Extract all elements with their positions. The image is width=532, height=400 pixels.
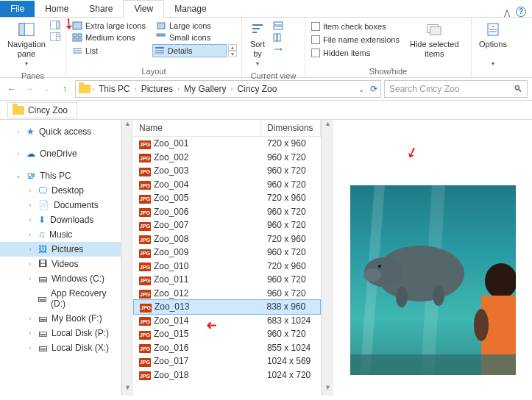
file-name: Zoo_005 [154, 193, 188, 203]
details-icon [155, 46, 165, 55]
search-box[interactable]: Search Cincy Zoo 🔍︎ [384, 80, 528, 98]
jpg-icon: JPG [140, 304, 152, 312]
sidebar-item-local-p[interactable]: ›🖴Local Disk (P:) [0, 326, 121, 340]
svg-rect-28 [274, 34, 277, 41]
layout-large-icons[interactable]: Large icons [155, 21, 228, 31]
size-columns-button[interactable] [273, 45, 283, 56]
recent-dropdown[interactable]: ⌄ [40, 82, 54, 96]
help-icon[interactable]: ? [516, 7, 526, 17]
back-button[interactable]: ← [4, 82, 19, 96]
file-row[interactable]: JPGZoo_008720 x 960 [133, 232, 321, 246]
forward-button[interactable]: → [22, 82, 37, 96]
drive-icon: 🖴 [38, 293, 46, 304]
file-name: Zoo_007 [154, 220, 188, 230]
address-bar[interactable]: › This PC› Pictures› My Gallery› Cincy Z… [75, 80, 381, 98]
file-row[interactable]: JPGZoo_011960 x 720 [133, 273, 321, 287]
file-row[interactable]: JPGZoo_009960 x 720 [133, 246, 321, 260]
checkbox-icon [311, 49, 320, 57]
up-button[interactable]: ↑ [57, 82, 72, 96]
layout-extra-large-icons[interactable]: Extra large icons [71, 21, 155, 31]
sidebar-item-app-recovery[interactable]: 🖴App Recovery (D:) [0, 286, 121, 311]
layout-medium-icons[interactable]: Medium icons [71, 32, 155, 43]
file-row[interactable]: JPGZoo_0171024 x 569 [133, 354, 321, 368]
file-list: Name Dimensions JPGZoo_001720 x 960JPGZo… [133, 120, 322, 396]
sort-by-button[interactable]: Sort by▾ [247, 19, 269, 70]
file-name: Zoo_011 [154, 274, 188, 285]
sidebar-item-music[interactable]: ›♫Music [0, 227, 121, 242]
sidebar-item-onedrive[interactable]: ›☁OneDrive [0, 146, 121, 161]
sidebar-item-quick-access[interactable]: ›★Quick access [0, 124, 121, 139]
column-header-name[interactable]: Name [133, 120, 261, 136]
breadcrumb-mygallery[interactable]: My Gallery [181, 84, 229, 94]
file-name: Zoo_015 [154, 329, 188, 339]
jpg-icon: JPG [139, 235, 151, 244]
sidebar-item-desktop[interactable]: ›🖵Desktop [0, 183, 121, 198]
file-list-scrollbar[interactable]: ▲ ▼ [121, 120, 133, 396]
item-check-boxes-toggle[interactable]: Item check boxes [310, 21, 401, 32]
breadcrumb-thispc[interactable]: This PC [96, 84, 133, 94]
file-name: Zoo_013 [155, 301, 189, 312]
ribbon-minimize-icon[interactable]: ⋀ [504, 9, 510, 17]
navigation-pane-button[interactable]: Navigation pane▾ [4, 19, 49, 70]
sidebar-item-downloads[interactable]: ›⬇Downloads [0, 213, 121, 227]
add-columns-button[interactable] [273, 33, 283, 44]
tab-share[interactable]: Share [79, 1, 123, 17]
file-row[interactable]: JPGZoo_006960 x 720 [133, 205, 321, 219]
file-row[interactable]: JPGZoo_007960 x 720 [133, 218, 321, 232]
jpg-icon: JPG [139, 168, 151, 176]
file-dimensions: 720 x 960 [261, 138, 321, 149]
sidebar-item-windows-c[interactable]: ›🖴Windows (C:) [0, 271, 121, 286]
hide-items-icon [426, 22, 442, 37]
jpg-icon: JPG [139, 358, 151, 367]
jpg-icon: JPG [139, 371, 151, 380]
address-dropdown[interactable]: ⌄ [358, 85, 364, 93]
sidebar-item-mybook[interactable]: ›🖴My Book (F:) [0, 311, 121, 326]
file-row[interactable]: JPGZoo_004960 x 720 [133, 178, 321, 192]
hide-selected-items-button[interactable]: Hide selected items [407, 19, 462, 60]
file-row[interactable]: JPGZoo_013838 x 960 [133, 299, 321, 315]
checkbox-icon [311, 22, 320, 31]
svg-point-41 [363, 268, 381, 282]
file-row[interactable]: JPGZoo_001720 x 960 [133, 137, 321, 151]
sidebar-item-documents[interactable]: ›📄Documents [0, 198, 121, 213]
layout-scroll-down[interactable]: ▼ [228, 51, 237, 57]
sidebar-item-videos[interactable]: ›🎞Videos [0, 257, 121, 271]
file-row[interactable]: JPGZoo_012960 x 720 [133, 287, 321, 301]
file-row[interactable]: JPGZoo_016855 x 1024 [133, 341, 321, 355]
sidebar-item-pictures[interactable]: ›🖼Pictures [0, 242, 121, 257]
column-header-dimensions[interactable]: Dimensions [261, 120, 321, 136]
layout-details[interactable]: Details [152, 44, 227, 57]
tab-view[interactable]: View [123, 0, 164, 18]
breadcrumb-pictures[interactable]: Pictures [138, 84, 176, 94]
refresh-button[interactable]: ⟳ [370, 84, 377, 94]
breadcrumb-cincyzoo[interactable]: Cincy Zoo [234, 84, 280, 94]
file-name-extensions-toggle[interactable]: File name extensions [310, 35, 401, 45]
file-row[interactable]: JPGZoo_003960 x 720 [133, 164, 321, 178]
file-row[interactable]: JPGZoo_002960 x 720 [133, 151, 321, 165]
layout-list[interactable]: List [71, 44, 152, 57]
file-name: Zoo_017 [154, 356, 188, 366]
file-row[interactable]: JPGZoo_005720 x 960 [133, 191, 321, 205]
layout-small-icons[interactable]: Small icons [155, 32, 228, 43]
tab-manage[interactable]: Manage [164, 1, 216, 17]
pc-icon: 🖳 [26, 171, 35, 181]
file-name: Zoo_016 [154, 343, 188, 353]
folder-tab[interactable]: Cincy Zoo [7, 102, 77, 118]
hidden-items-toggle[interactable]: Hidden items [310, 48, 401, 58]
group-by-button[interactable] [273, 21, 283, 32]
drive-icon: 🖴 [38, 328, 47, 338]
file-row[interactable]: JPGZoo_014683 x 1024 [133, 314, 321, 328]
preview-scrollbar[interactable]: ▲ ▼ [322, 120, 333, 396]
file-name: Zoo_001 [154, 138, 188, 149]
sidebar-item-thispc[interactable]: ⌄🖳This PC [0, 168, 121, 183]
sidebar-item-local-x[interactable]: ›🖴Local Disk (X:) [0, 340, 121, 355]
file-row[interactable]: JPGZoo_0181024 x 720 [133, 368, 321, 382]
options-button[interactable]: Options▾ [476, 19, 510, 70]
details-pane-button[interactable] [50, 32, 60, 43]
preview-pane-button[interactable] [50, 21, 60, 32]
tab-home[interactable]: Home [35, 1, 79, 17]
file-row[interactable]: JPGZoo_015960 x 720 [133, 327, 321, 341]
layout-scroll-up[interactable]: ▲ [228, 44, 237, 51]
file-row[interactable]: JPGZoo_010720 x 960 [133, 260, 321, 274]
tab-file[interactable]: File [0, 1, 35, 17]
